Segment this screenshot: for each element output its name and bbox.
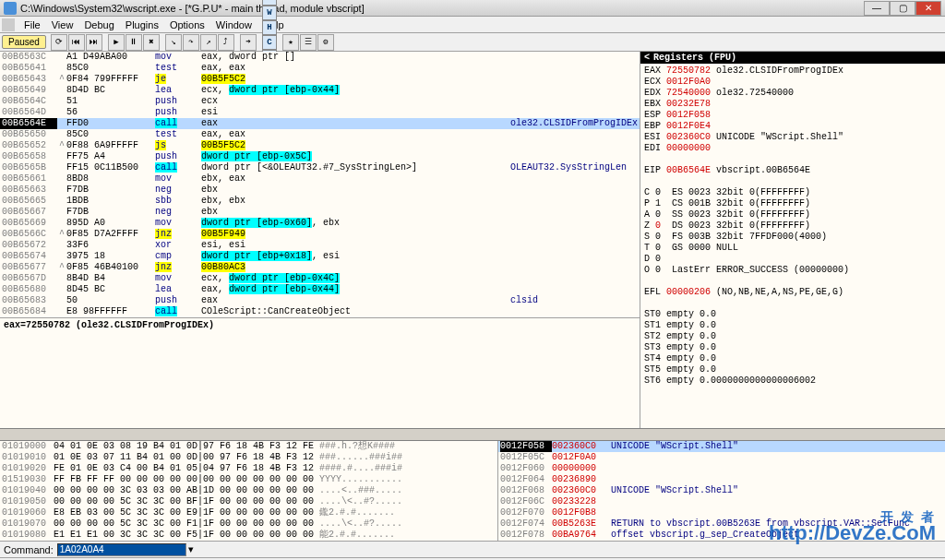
disasm-row[interactable]: 00B6564C 51 push ecx <box>0 96 640 107</box>
hex-row[interactable]: 0101901001 0E 03 07 11 B4 01 00 0D|00 97… <box>0 452 497 463</box>
disasm-row[interactable]: 00B6566C ^ 0F85 D7A2FFFF jnz 00B5F949 <box>0 229 640 240</box>
disasm-row[interactable]: 00B65665 1BDB sbb ebx, ebx <box>0 196 640 207</box>
menu-options[interactable]: Options <box>164 19 210 30</box>
disasm-row[interactable]: 00B65680 8D45 BC lea eax, dword ptr [ebp… <box>0 284 640 295</box>
disasm-row[interactable]: 00B65684 E8 98FFFFFF call COleScript::Ca… <box>0 306 640 317</box>
stop-icon[interactable]: ✖ <box>143 34 160 51</box>
disasm-row[interactable]: 00B6563C A1 D49ABA00 mov eax, dword ptr … <box>0 52 640 63</box>
chevron-left-icon: < <box>644 53 650 63</box>
app-icon <box>4 2 17 15</box>
stack-row[interactable]: 0012F078 00BA9764 offset vbscript.g_sep_… <box>498 530 945 541</box>
command-bar: Command: ▾ <box>0 541 945 557</box>
dropdown-icon[interactable]: ▾ <box>188 543 194 555</box>
stack-pane[interactable]: 0012F058 002360C0 UNICODE "WScript.Shell… <box>498 441 945 541</box>
ret-icon[interactable]: ⤴ <box>218 34 234 51</box>
menu-bar: FileViewDebugPluginsOptionsWindowHelp <box>0 17 945 33</box>
restart-icon[interactable]: ⟳ <box>51 34 67 51</box>
disasm-row[interactable]: 00B6564D 56 push esi <box>0 107 640 118</box>
hex-row[interactable]: 0101900004 01 0E 03 08 19 B4 01 0D|97 F6… <box>0 441 497 452</box>
command-input[interactable] <box>57 543 186 556</box>
hex-row[interactable]: 0101904000 00 00 00 3C 03 03 00 AB|1D 00… <box>0 485 497 496</box>
forward-icon[interactable]: ⏭ <box>86 34 102 51</box>
menu-file[interactable]: File <box>18 19 46 30</box>
disasm-row[interactable]: 00B65672 33F6 xor esi, esi <box>0 240 640 251</box>
stack-row[interactable]: 0012F058 002360C0 UNICODE "WScript.Shell… <box>498 441 945 452</box>
toolbar: Paused ⟳ ⏮ ⏭ ▶ ⏸ ✖ ↘ ↷ ↗ ⤴ ➜ LEMTWHC/KBR… <box>0 33 945 52</box>
stepout-icon[interactable]: ↗ <box>200 34 217 51</box>
disasm-row[interactable]: 00B65641 85C0 test eax, eax <box>0 63 640 74</box>
disasm-row[interactable]: 00B65643 ^ 0F84 799FFFFF je 00B5F5C2 <box>0 74 640 85</box>
menu-debug[interactable]: Debug <box>78 19 119 30</box>
stack-row[interactable]: 0012F06C 00233228 <box>498 496 945 507</box>
close-button[interactable]: ✕ <box>915 1 941 16</box>
gear-icon[interactable]: ⚙ <box>317 34 334 51</box>
hex-row[interactable]: 01519030FF FB FF FF 00 00 00 00 00|00 00… <box>0 474 497 485</box>
menu-window[interactable]: Window <box>210 19 257 30</box>
disasm-row[interactable]: 00B6564E FFD0 call eax ole32.CLSIDFromPr… <box>0 118 640 129</box>
hex-row[interactable]: 01019020FE 01 0E 03 C4 00 B4 01 05|04 97… <box>0 463 497 474</box>
disasm-row[interactable]: 00B65661 8BD8 mov ebx, eax <box>0 173 640 185</box>
disasm-row[interactable]: 00B65683 50 push eax clsid <box>0 295 640 306</box>
disasm-row[interactable]: 00B6567D 8B4D B4 mov ecx, dword ptr [ebp… <box>0 273 640 284</box>
play-icon[interactable]: ▶ <box>108 34 125 51</box>
stack-row[interactable]: 0012F05C 0012F0A0 <box>498 452 945 463</box>
stack-row[interactable]: 0012F064 00236890 <box>498 474 945 485</box>
bottom-panes: 0101900004 01 0E 03 08 19 B4 01 0D|97 F6… <box>0 441 945 541</box>
stack-row[interactable]: 0012F074 00B5263E RETURN to vbscript.00B… <box>498 518 945 530</box>
hex-row[interactable]: 01019080E1 E1 E1 00 3C 3C 3C 00 F5|1F 00… <box>0 530 497 541</box>
disasm-row[interactable]: 00B65663 F7DB neg ebx <box>0 185 640 196</box>
tb-view-W[interactable]: W <box>262 6 277 20</box>
minimize-button[interactable]: — <box>864 1 890 16</box>
disasm-row[interactable]: 00B65667 F7DB neg ebx <box>0 207 640 218</box>
registers-pane[interactable]: <Registers (FPU) EAX 72550782 ole32.CLSI… <box>640 52 945 428</box>
pause-icon[interactable]: ⏸ <box>126 34 142 51</box>
menu-plugins[interactable]: Plugins <box>120 19 164 30</box>
disassembly-pane[interactable]: 00B6563C A1 D49ABA00 mov eax, dword ptr … <box>0 52 640 428</box>
debug-status: Paused <box>2 35 46 49</box>
tb-view-C[interactable]: C <box>262 35 277 50</box>
disasm-row[interactable]: 00B65649 8D4D BC lea ecx, dword ptr [ebp… <box>0 85 640 96</box>
registers-header[interactable]: <Registers (FPU) <box>640 52 945 64</box>
hex-dump-pane[interactable]: 0101900004 01 0E 03 08 19 B4 01 0D|97 F6… <box>0 441 498 541</box>
star-icon[interactable]: ★ <box>282 34 299 51</box>
menu-view[interactable]: View <box>46 19 79 30</box>
maximize-button[interactable]: ▢ <box>890 1 915 16</box>
disasm-row[interactable]: 00B65658 FF75 A4 push dword ptr [ebp-0x5… <box>0 151 640 162</box>
window-controls: — ▢ ✕ <box>864 1 941 16</box>
main-area: 00B6563C A1 D49ABA00 mov eax, dword ptr … <box>0 52 945 428</box>
stack-row[interactable]: 0012F068 002360C0 UNICODE "WScript.Shell… <box>498 485 945 496</box>
disasm-row[interactable]: 00B65652 ^ 0F88 6A9FFFFF js 00B5F5C2 <box>0 140 640 151</box>
stepover-icon[interactable]: ↷ <box>183 34 199 51</box>
list-icon[interactable]: ☰ <box>300 34 317 51</box>
hex-row[interactable]: 0101905000 00 00 00 5C 3C 3C 00 BF|1F 00… <box>0 496 497 507</box>
title-bar: C:\Windows\System32\wscript.exe - [*G.P.… <box>0 0 945 17</box>
stack-row[interactable]: 0012F060 00000000 <box>498 463 945 474</box>
disasm-row[interactable]: 00B65650 85C0 test eax, eax <box>0 129 640 140</box>
svg-rect-0 <box>2 18 15 31</box>
hex-row[interactable]: 01019060E8 EB 03 00 5C 3C 3C 00 E9|1F 00… <box>0 507 497 518</box>
info-line: eax=72550782 (ole32.CLSIDFromProgIDEx) <box>0 317 640 330</box>
disasm-row[interactable]: 00B65669 895D A0 mov dword ptr [ebp-0x60… <box>0 218 640 229</box>
goto-icon[interactable]: ➜ <box>240 34 257 51</box>
disasm-row[interactable]: 00B6565B FF15 0C11B500 call dword ptr [<… <box>0 162 640 173</box>
disasm-row[interactable]: 00B65674 3975 18 cmp dword ptr [ebp+0x18… <box>0 251 640 262</box>
hex-row[interactable]: 0101907000 00 00 00 5C 3C 3C 00 F1|1F 00… <box>0 518 497 530</box>
stepinto-icon[interactable]: ↘ <box>165 34 182 51</box>
splitter-h[interactable] <box>0 428 945 441</box>
window-title: C:\Windows\System32\wscript.exe - [*G.P.… <box>20 3 864 14</box>
command-label: Command: <box>4 544 54 555</box>
rewind-icon[interactable]: ⏮ <box>68 34 85 51</box>
tb-view-H[interactable]: H <box>262 20 277 35</box>
stack-row[interactable]: 0012F070 0012F0B8 <box>498 507 945 518</box>
disasm-row[interactable]: 00B65677 ^ 0F85 46B40100 jnz 00B80AC3 <box>0 262 640 273</box>
mdi-icon <box>2 18 15 31</box>
